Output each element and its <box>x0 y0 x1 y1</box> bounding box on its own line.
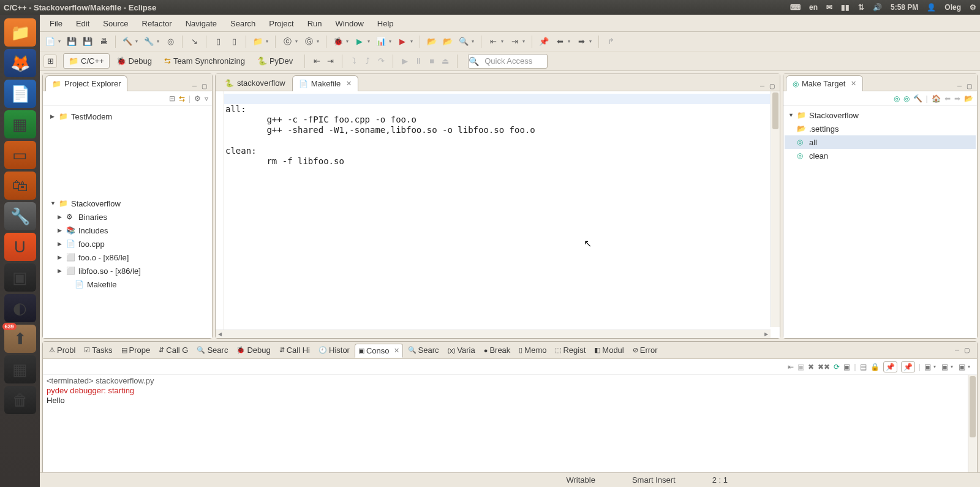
tab-memory[interactable]: ▯Memo <box>515 343 550 357</box>
tool3-icon[interactable]: ▯ <box>227 35 241 48</box>
tab-console[interactable]: ▣Conso✕ <box>355 344 403 358</box>
quick-access-input[interactable] <box>468 54 548 69</box>
menu-search[interactable]: Search <box>224 16 262 31</box>
new-icon[interactable]: 📄 <box>43 35 57 48</box>
tab-modules[interactable]: ◧Modul <box>590 343 627 357</box>
editor-content[interactable]: all: g++ -c -fPIC foo.cpp -o foo.o g++ -… <box>225 94 535 167</box>
pin-icon[interactable]: 📌 <box>537 35 551 48</box>
cons-removeall-icon[interactable]: ✖ <box>808 363 814 371</box>
persp-tool2-icon[interactable]: ⇥ <box>323 55 337 68</box>
launcher-writer-icon[interactable]: 📄 <box>4 80 36 108</box>
step3-icon[interactable]: ↷ <box>374 55 388 68</box>
menu-project[interactable]: Project <box>263 16 300 31</box>
cons-term-icon[interactable]: ⇤ <box>788 363 794 371</box>
search-icon[interactable]: 🔍 <box>457 35 470 48</box>
menu-navigate[interactable]: Navigate <box>179 16 223 31</box>
link-icon[interactable]: ⇆ <box>179 94 185 103</box>
launcher-firefox-icon[interactable]: 🦊 <box>4 49 36 77</box>
tab-errorlog[interactable]: ⊘Error <box>629 343 662 357</box>
cons-removeall2-icon[interactable]: ✖✖ <box>818 363 830 371</box>
mt-minimize-icon[interactable]: ─ <box>956 81 963 91</box>
newcpp-icon[interactable]: ⓒ <box>281 35 294 48</box>
cons-clear2-icon[interactable]: ▣ <box>843 363 850 371</box>
console-scrollbar[interactable] <box>968 375 977 475</box>
tab-registers[interactable]: ⬚Regist <box>551 343 589 357</box>
bottom-minimize-icon[interactable]: ─ <box>954 345 960 355</box>
cons-lock-icon[interactable]: 🔒 <box>870 363 880 371</box>
tray-user[interactable]: Oleg <box>944 3 961 12</box>
menu-edit[interactable]: Edit <box>70 16 96 31</box>
editor-minimize-icon[interactable]: ─ <box>759 81 766 91</box>
annot2-icon[interactable]: ⇥ <box>508 35 521 48</box>
make-target-tab[interactable]: ◎Make Target✕ <box>786 75 863 91</box>
step1-icon[interactable]: ⤵ <box>347 55 361 68</box>
mt-item-clean[interactable]: ◎clean <box>785 149 976 162</box>
cons-open-icon[interactable]: ▣ <box>941 363 948 371</box>
tab-breakpoints[interactable]: ●Break <box>480 343 514 357</box>
menu-run[interactable]: Run <box>301 16 328 31</box>
tree-item-stackoverflow[interactable]: ▼📁Stackoverflow <box>45 197 209 210</box>
project-explorer-tab[interactable]: 📁Project Explorer <box>45 75 127 91</box>
buildall-icon[interactable]: 🔧 <box>142 35 156 48</box>
mt-fwd-icon[interactable]: ➡ <box>954 94 960 103</box>
network-icon[interactable]: ⇅ <box>858 3 864 12</box>
launcher-terminal-icon[interactable]: ▣ <box>4 263 36 292</box>
tree-item-fooo[interactable]: ▶⬜foo.o - [x86/le] <box>45 251 209 264</box>
step2-icon[interactable]: ⤴ <box>361 55 374 68</box>
back-icon[interactable]: ⬅ <box>553 35 567 48</box>
tab-history[interactable]: 🕘Histor <box>315 343 353 357</box>
fwd-icon[interactable]: ➡ <box>575 35 588 48</box>
cons-pin2-icon[interactable]: 📌 <box>901 361 915 372</box>
mail-icon[interactable]: ✉ <box>826 3 832 12</box>
mt-back-icon[interactable]: ⬅ <box>944 94 951 103</box>
tab-properties[interactable]: ▤Prope <box>118 343 154 357</box>
close-icon[interactable]: ✕ <box>394 347 399 355</box>
mt-item-stackoverflow[interactable]: ▼📁Stackoverflow <box>785 108 976 122</box>
scroll-right-icon[interactable]: ▶ <box>762 331 771 338</box>
tab-callgraph[interactable]: ⇵Call G <box>155 343 192 357</box>
mt-edit-icon[interactable]: ◎ <box>903 94 910 103</box>
power-icon[interactable]: ⚙ <box>970 3 976 12</box>
resume-icon[interactable]: ▶ <box>398 55 412 68</box>
launcher-settings-icon[interactable]: 🔧 <box>4 202 36 230</box>
tab-search2[interactable]: 🔍Searc <box>404 343 443 357</box>
tab-variables[interactable]: (x)Varia <box>444 343 479 357</box>
cons-new-icon[interactable]: ▣ <box>959 363 965 371</box>
project-explorer-tree[interactable]: ▶📁TestModem ▼📁Stackoverflow ▶⚙Binaries ▶… <box>43 106 212 338</box>
console-body[interactable]: <terminated> stackoverflow.py pydev debu… <box>43 375 977 475</box>
tray-time[interactable]: 5:58 PM <box>891 3 918 12</box>
keyboard-icon[interactable]: ⌨ <box>790 3 801 12</box>
tree-item-foocpp[interactable]: ▶📄foo.cpp <box>45 237 209 251</box>
cons-display-icon[interactable]: ▣ <box>924 363 931 371</box>
pause-icon[interactable]: ⏸ <box>412 55 425 68</box>
editor-scrollbar-vertical[interactable] <box>771 91 780 327</box>
viewmenu-icon[interactable]: ▿ <box>205 94 208 103</box>
close-icon[interactable]: ✕ <box>346 80 352 88</box>
debug-icon[interactable]: 🐞 <box>331 35 345 48</box>
mt-home-icon[interactable]: 🏠 <box>932 94 941 103</box>
folder2-icon[interactable]: 📂 <box>441 35 454 48</box>
run-icon[interactable]: ▶ <box>353 35 366 48</box>
maximize-icon[interactable]: ▢ <box>200 81 208 91</box>
perspective-team[interactable]: ⇆ Team Synchronizing <box>159 53 251 69</box>
launcher-updates-icon[interactable]: ⬆639 <box>4 325 36 353</box>
minimize-icon[interactable]: ─ <box>191 81 198 91</box>
perspective-cpp[interactable]: 📁 C/C++ <box>63 53 110 69</box>
mt-new-icon[interactable]: ◎ <box>894 94 900 103</box>
folder1-icon[interactable]: 📂 <box>425 35 439 48</box>
tab-problems[interactable]: ⚠Probl <box>45 343 79 357</box>
mt-hide-icon[interactable]: 📂 <box>964 94 973 103</box>
editor-maximize-icon[interactable]: ▢ <box>768 81 776 91</box>
pe-menu-icon[interactable]: ⚙ <box>194 94 201 103</box>
launcher-ubuntuone-icon[interactable]: U <box>4 233 36 261</box>
persp-tool1-icon[interactable]: ⇤ <box>310 55 323 68</box>
newh-icon[interactable]: Ⓖ <box>302 35 315 48</box>
launcher-calc-icon[interactable]: ▦ <box>4 110 36 138</box>
mt-maximize-icon[interactable]: ▢ <box>965 81 973 91</box>
extrun-icon[interactable]: ▶ <box>396 35 409 48</box>
tray-lang[interactable]: en <box>809 3 818 12</box>
menu-refactor[interactable]: Refactor <box>136 16 178 31</box>
launcher-files-icon[interactable]: 📁 <box>4 18 36 47</box>
disconnect-icon[interactable]: ⏏ <box>439 55 452 68</box>
tab-tasks[interactable]: ☑Tasks <box>80 343 116 357</box>
